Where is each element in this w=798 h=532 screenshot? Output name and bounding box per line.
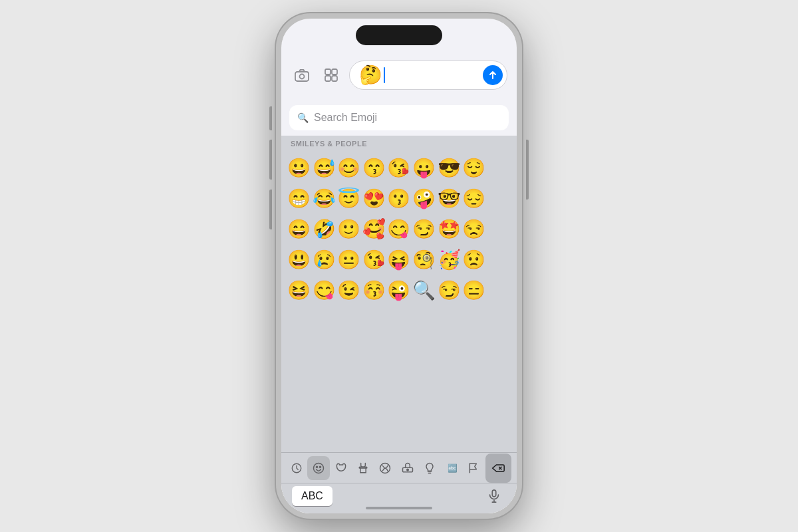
emoji-placeholder-2 [486,184,511,213]
emoji-sunglasses[interactable]: 😎 [436,153,462,182]
delete-button[interactable] [485,454,511,483]
send-button[interactable] [483,65,503,85]
emoji-thinking[interactable]: 🔍 [412,275,437,305]
emoji-unamused[interactable]: 😒 [462,214,487,243]
keyboard-area: 🔍 Search Emoji SMILEYS & PEOPLE 😀 😅 😊 😙 … [281,98,517,513]
input-bar: 🤔 [281,52,517,98]
cat-objects[interactable] [419,456,441,480]
emoji-placeholder-3 [486,214,511,243]
emoji-worried[interactable]: 😟 [462,245,487,274]
emoji-grin[interactable]: 😁 [287,184,312,213]
emoji-smiley[interactable]: 😃 [287,245,312,274]
emoji-expressionless[interactable]: 😑 [462,275,487,305]
phone-frame: 🤔 🔍 Search Emoji [276,13,522,519]
emoji-smirk[interactable]: 😏 [412,214,437,243]
emoji-crazy[interactable]: 🤪 [412,184,437,213]
emoji-placeholder-1 [486,153,511,182]
abc-button[interactable]: ABC [292,486,332,506]
emoji-rofl[interactable]: 🤣 [312,214,337,243]
svg-point-13 [407,469,409,471]
emoji-innocent[interactable]: 😇 [336,184,362,213]
emoji-kissing2[interactable]: 😚 [362,275,387,305]
input-emoji: 🤔 [359,66,382,84]
svg-point-8 [317,466,318,467]
svg-point-1 [300,74,305,79]
emoji-wink-tongue[interactable]: 😜 [386,275,412,305]
emoji-cry[interactable]: 😢 [312,245,337,274]
home-indicator [366,507,432,509]
svg-rect-2 [325,69,331,74]
emoji-monocle[interactable]: 🧐 [412,245,437,274]
emoji-kissing[interactable]: 😙 [362,153,387,182]
emoji-kiss2[interactable]: 😘 [362,245,387,274]
emoji-star-struck[interactable]: 🤩 [436,214,462,243]
svg-rect-4 [325,76,331,81]
emoji-sweat-smile[interactable]: 😅 [312,153,337,182]
svg-point-7 [314,463,324,473]
svg-rect-15 [492,489,496,496]
emoji-smile[interactable]: 😄 [287,214,312,243]
emoji-search-bar: 🔍 Search Emoji [281,98,517,136]
text-cursor [384,67,385,83]
svg-rect-5 [332,76,337,81]
power-button[interactable] [526,140,529,200]
emoji-heart-eyes[interactable]: 😍 [362,184,387,213]
mic-button[interactable] [482,484,506,508]
category-toolbar: 🔤 [281,452,517,483]
emoji-grinning[interactable]: 😀 [287,153,312,182]
emoji-laughing[interactable]: 😆 [287,275,312,305]
emoji-squinting-tongue[interactable]: 😝 [386,245,412,274]
emoji-yum[interactable]: 😋 [386,214,412,243]
bottom-bar: ABC [281,483,517,513]
emoji-tongue[interactable]: 😛 [412,153,437,182]
svg-text:🔤: 🔤 [448,464,458,473]
emoji-party[interactable]: 🥳 [436,245,462,274]
cat-recent[interactable] [285,456,307,480]
phone-screen: 🤔 🔍 Search Emoji [281,19,517,513]
emoji-kiss-heart[interactable]: 😘 [386,153,412,182]
emoji-placeholder-5 [486,275,511,305]
cat-food[interactable] [352,456,374,480]
emoji-neutral[interactable]: 😐 [336,245,362,274]
search-icon: 🔍 [297,112,309,123]
cat-symbols[interactable]: 🔤 [441,456,463,480]
emoji-wink[interactable]: 😉 [336,275,362,305]
emoji-pensive[interactable]: 😔 [462,184,487,213]
volume-up-button[interactable] [269,140,272,180]
mute-button[interactable] [269,106,272,130]
emoji-slightly-smile[interactable]: 🙂 [336,214,362,243]
cat-travel[interactable] [396,456,418,480]
category-label: SMILEYS & PEOPLE [281,136,517,150]
emoji-grid: 😀 😅 😊 😙 😘 😛 😎 😌 😁 😂 😇 😍 😗 🤪 [281,150,517,307]
cat-smileys[interactable] [307,456,329,480]
emoji-placeholder-4 [486,245,511,274]
emoji-yum2[interactable]: 😋 [312,275,337,305]
search-placeholder: Search Emoji [314,112,377,124]
emoji-smiling-hearts[interactable]: 🥰 [362,214,387,243]
svg-rect-0 [295,72,309,81]
emoji-smirk2[interactable]: 😏 [436,275,462,305]
phone-wrapper: 🤔 🔍 Search Emoji [276,13,522,519]
message-input[interactable]: 🤔 [349,61,507,90]
emoji-blush[interactable]: 😊 [336,153,362,182]
camera-button[interactable] [291,64,313,86]
svg-point-9 [320,466,321,467]
svg-rect-3 [332,69,337,74]
emoji-relieved[interactable]: 😌 [462,153,487,182]
emoji-nerd[interactable]: 🤓 [436,184,462,213]
appstore-button[interactable] [320,64,342,86]
cat-flags[interactable] [464,456,485,480]
volume-down-button[interactable] [269,190,272,229]
cat-activities[interactable] [374,456,396,480]
emoji-joy[interactable]: 😂 [312,184,337,213]
search-input-row[interactable]: 🔍 Search Emoji [289,105,509,130]
emoji-kissing-sm[interactable]: 😗 [386,184,412,213]
cat-animals[interactable] [330,456,352,480]
notch [356,25,442,45]
